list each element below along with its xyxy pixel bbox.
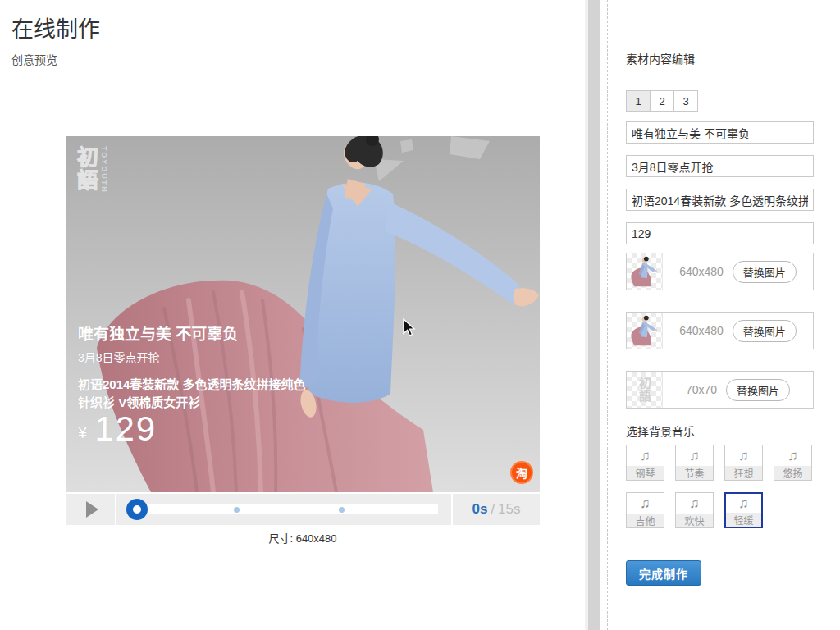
model-mini-artwork — [628, 255, 661, 288]
overlay-product-line2: 针织衫 V领棉质女开衫 — [78, 393, 200, 410]
taobao-badge-icon: 淘 — [510, 461, 533, 484]
image-size-label: 70x70 — [686, 383, 717, 396]
image-thumbnail — [627, 313, 663, 349]
music-option-label: 悠扬 — [774, 466, 811, 480]
image-slot-row: 640x480 替换图片 — [626, 312, 814, 349]
total-time: 15s — [498, 501, 520, 518]
segment-marker — [234, 507, 240, 513]
model-mini-artwork — [628, 314, 661, 347]
time-display: 0s / 15s — [453, 494, 540, 525]
music-option-label: 狂想 — [725, 466, 762, 480]
scene-tabs: 1 2 3 — [626, 90, 814, 112]
music-option-gentle[interactable]: ♫ 轻缓 — [724, 492, 763, 528]
music-note-icon: ♫ — [676, 445, 713, 466]
brand-logo-char-top: 初 — [77, 146, 98, 169]
image-slot-row: 初語 70x70 替换图片 — [626, 371, 814, 409]
overlay-price: ¥ 129 — [78, 412, 157, 446]
current-time: 0s — [472, 501, 487, 518]
music-option-label: 节奏 — [676, 466, 713, 480]
time-separator: / — [491, 501, 495, 518]
tab-scene-2[interactable]: 2 — [650, 90, 674, 112]
music-note-icon: ♫ — [627, 493, 664, 514]
music-option-guitar[interactable]: ♫ 吉他 — [626, 492, 664, 528]
replace-image-button[interactable]: 替换图片 — [733, 320, 797, 342]
music-note-icon: ♫ — [627, 445, 664, 466]
preview-size-label: 尺寸: 640x480 — [66, 530, 540, 546]
headline-input[interactable] — [626, 121, 814, 144]
music-option-melodious[interactable]: ♫ 悠扬 — [774, 445, 812, 481]
music-section-title: 选择背景音乐 — [626, 422, 814, 439]
music-note-icon: ♫ — [726, 494, 761, 513]
panel-dashed-divider — [607, 0, 608, 630]
price-input[interactable] — [626, 222, 814, 244]
image-size-label: 640x480 — [679, 265, 724, 278]
music-note-icon: ♫ — [774, 445, 811, 466]
date-line-input[interactable] — [626, 155, 814, 177]
replace-image-button[interactable]: 替换图片 — [726, 379, 790, 401]
music-option-label: 吉他 — [627, 514, 664, 527]
image-thumbnail — [627, 253, 663, 290]
music-option-label: 欢快 — [676, 514, 713, 527]
tab-scene-1[interactable]: 1 — [626, 90, 651, 112]
brand-logo: 初 語 TOYOUTH — [77, 146, 108, 194]
music-option-cheerful[interactable]: ♫ 欢快 — [675, 492, 714, 528]
music-option-label: 钢琴 — [627, 466, 664, 480]
image-size-label: 640x480 — [679, 324, 724, 337]
editor-panel: 素材内容编辑 1 2 3 640x480 替换图片 — [626, 52, 814, 586]
music-options-grid: ♫ 钢琴 ♫ 节奏 ♫ 狂想 ♫ 悠扬 ♫ 吉他 ♫ 欢快 ♫ 轻缓 — [626, 445, 814, 528]
music-option-rhythm[interactable]: ♫ 节奏 — [675, 445, 714, 481]
editor-panel-title: 素材内容编辑 — [626, 52, 814, 66]
music-option-rhapsody[interactable]: ♫ 狂想 — [724, 445, 763, 481]
music-option-piano[interactable]: ♫ 钢琴 — [626, 445, 664, 481]
tab-scene-3[interactable]: 3 — [673, 90, 698, 112]
progress-track[interactable] — [128, 504, 438, 514]
brand-logo-latin: TOYOUTH — [100, 146, 108, 194]
play-button[interactable] — [66, 494, 116, 525]
music-note-icon: ♫ — [676, 493, 713, 514]
overlay-product-line1: 初语2014春装新款 多色透明条纹拼接纯色 — [78, 375, 306, 392]
video-preview-stage: 初 語 TOYOUTH 唯有独立与美 不可辜负 3月8日零点开抢 初语2014春… — [66, 136, 540, 492]
overlay-headline: 唯有独立与美 不可辜负 — [78, 322, 238, 344]
page-title: 在线制作 — [11, 11, 100, 43]
image-slot-row: 640x480 替换图片 — [626, 253, 814, 290]
player-bar: 0s / 15s — [66, 494, 540, 525]
music-option-label: 轻缓 — [726, 513, 761, 527]
currency-symbol: ¥ — [78, 423, 87, 446]
overlay-date-line: 3月8日零点开抢 — [78, 349, 160, 365]
replace-image-button[interactable]: 替换图片 — [733, 261, 797, 283]
splitter-handle[interactable] — [588, 0, 600, 630]
logo-thumbnail-text: 初語 — [636, 377, 653, 403]
play-icon — [86, 501, 98, 518]
music-note-icon: ♫ — [725, 445, 762, 466]
progress-area[interactable] — [116, 494, 453, 525]
price-value: 129 — [94, 412, 157, 446]
page-subtitle: 创意预览 — [11, 51, 57, 67]
finish-production-button[interactable]: 完成制作 — [626, 560, 701, 586]
brand-logo-char-bottom: 語 — [77, 169, 98, 192]
playhead-knob[interactable] — [126, 499, 148, 520]
product-title-input[interactable] — [626, 189, 814, 211]
logo-thumbnail: 初語 — [627, 372, 663, 408]
